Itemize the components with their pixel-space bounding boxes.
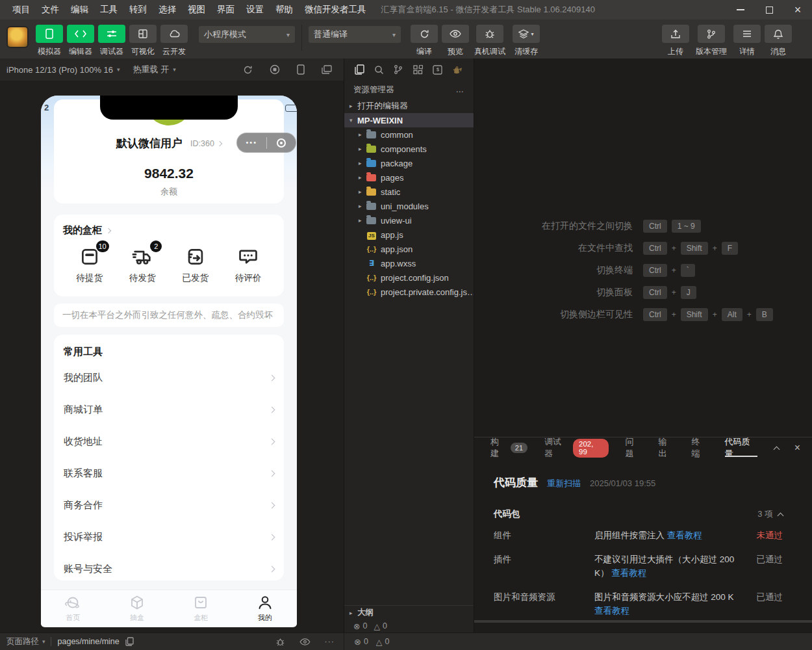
person-icon [257, 594, 273, 611]
horizontal-scrollbar[interactable] [474, 620, 812, 623]
stop-icon[interactable] [270, 64, 280, 75]
tab-home[interactable]: 首页 [41, 590, 105, 626]
tool-item-service[interactable]: 联系客服 [64, 458, 274, 489]
rescan-link[interactable]: 重新扫描 [547, 478, 581, 489]
menu-select[interactable]: 选择 [153, 0, 182, 20]
menu-interface[interactable]: 界面 [211, 0, 240, 20]
problem-counts[interactable]: ⊗0 △0 [344, 637, 389, 647]
cabinet-title[interactable]: 我的盒柜 [63, 224, 102, 237]
files-icon[interactable] [355, 64, 364, 75]
teapot-icon[interactable] [452, 66, 463, 74]
collapse-group-icon[interactable] [778, 512, 784, 519]
folder-common[interactable]: ▸common [344, 127, 474, 142]
user-id[interactable]: ID:360 [190, 139, 214, 148]
open-editors-row[interactable]: ▸打开的编辑器 [344, 99, 474, 113]
device-dropdown[interactable]: iPhone 12/13 (Pro) 100% 16▾ [0, 58, 127, 81]
more-icon[interactable]: ··· [325, 637, 335, 646]
mode-dropdown[interactable]: 小程序模式▾ [199, 26, 295, 43]
menu-edit[interactable]: 编辑 [65, 0, 94, 20]
cabinet-item-shipped[interactable]: 已发货 [169, 246, 222, 284]
file-project-private-config[interactable]: {..}project.private.config.js… [344, 285, 474, 299]
reload-icon[interactable] [243, 65, 253, 75]
cabinet-item-review[interactable]: 待评价 [222, 246, 275, 284]
tool-item-report[interactable]: 投诉举报 [64, 521, 274, 553]
exit-button[interactable] [267, 138, 296, 148]
file-app-js[interactable]: JSapp.js [344, 228, 474, 242]
tutorial-link[interactable]: 查看教程 [667, 530, 702, 540]
close-button[interactable]: × [783, 0, 812, 20]
menu-goto[interactable]: 转到 [123, 0, 153, 20]
compile-button[interactable]: 编译 [409, 25, 440, 57]
outline-section[interactable]: ▸大纲 [344, 605, 474, 619]
debugger-toggle-button[interactable]: 调试器 [96, 25, 127, 57]
hot-reload-dropdown[interactable]: 热重载 开▾ [127, 58, 183, 81]
collapse-panel-icon[interactable] [773, 446, 780, 452]
cloud-dev-button[interactable]: 云开发 [159, 25, 190, 57]
preview-button[interactable]: 预览 [440, 25, 471, 57]
tutorial-link[interactable]: 查看教程 [611, 568, 646, 578]
tool-item-orders[interactable]: 商城订单 [64, 394, 274, 426]
menu-file[interactable]: 文件 [36, 0, 65, 20]
tab-build[interactable]: 构建21 [490, 437, 527, 458]
menu-tools[interactable]: 工具 [94, 0, 123, 20]
menu-help[interactable]: 帮助 [270, 0, 299, 20]
search-icon[interactable] [374, 65, 384, 75]
folder-pages[interactable]: ▸pages [344, 170, 474, 185]
file-app-json[interactable]: {..}app.json [344, 242, 474, 256]
folder-components[interactable]: ▸components [344, 142, 474, 156]
folder-uni-modules[interactable]: ▸uni_modules [344, 199, 474, 213]
device-frame-icon[interactable] [297, 64, 305, 75]
cabinet-item-shipping[interactable]: 2 待发货 [116, 246, 170, 284]
file-project-config[interactable]: {..}project.config.json [344, 270, 474, 285]
more-actions-icon[interactable]: … [456, 85, 465, 94]
minimize-button[interactable] [726, 0, 755, 20]
menu-settings[interactable]: 设置 [240, 0, 270, 20]
tab-code-quality[interactable]: 代码质量 [725, 437, 757, 458]
editor-toggle-button[interactable]: 编辑器 [65, 25, 96, 57]
tool-item-cooperation[interactable]: 商务合作 [64, 489, 274, 521]
eye-icon[interactable] [299, 638, 311, 645]
upload-button[interactable]: 上传 [660, 25, 691, 57]
tool-item-team[interactable]: 我的团队 [64, 362, 274, 394]
maximize-button[interactable] [755, 0, 783, 20]
clear-cache-button[interactable]: ▾ 清缓存 [509, 25, 544, 57]
tool-item-security[interactable]: 账号与安全 [64, 553, 274, 585]
npm-scripts-icon[interactable] [433, 65, 442, 75]
bug-icon[interactable] [275, 638, 285, 646]
menu-view[interactable]: 视图 [182, 0, 211, 20]
version-control-button[interactable]: 版本管理 [691, 25, 731, 57]
multi-window-icon[interactable] [322, 65, 332, 74]
menu-devtools[interactable]: 微信开发者工具 [299, 0, 372, 20]
user-avatar[interactable] [6, 26, 29, 48]
file-app-wxss[interactable]: ∃app.wxss [344, 256, 474, 270]
simulator-toggle-button[interactable]: 模拟器 [34, 25, 65, 57]
folder-static[interactable]: ▸static [344, 185, 474, 199]
copy-icon[interactable] [125, 637, 134, 646]
compile-mode-dropdown[interactable]: 普通编译▾ [309, 26, 401, 43]
page-path-label[interactable]: 页面路径 [6, 636, 39, 647]
messages-button[interactable]: 消息 [763, 25, 794, 57]
tab-terminal[interactable]: 终端 [692, 437, 708, 458]
tab-cabinet[interactable]: 盒柜 [169, 590, 233, 626]
folder-package[interactable]: ▸package [344, 156, 474, 170]
visual-toggle-button[interactable]: 可视化 [127, 25, 159, 57]
extensions-icon[interactable] [413, 65, 423, 75]
tab-debugger[interactable]: 调试器202, 99 [544, 437, 609, 458]
remote-debug-button[interactable]: 真机调试 [471, 25, 509, 57]
cabinet-item-pickup[interactable]: 10 待提货 [63, 246, 116, 284]
tab-problems[interactable]: 问题 [626, 437, 642, 458]
tab-draw-box[interactable]: 抽盒 [105, 590, 170, 626]
tutorial-link[interactable]: 查看教程 [594, 606, 629, 616]
more-menu-button[interactable]: ••• [237, 139, 266, 146]
menu-project[interactable]: 项目 [6, 0, 36, 20]
folder-uview-ui[interactable]: ▸uview-ui [344, 213, 474, 228]
details-button[interactable]: 详情 [731, 25, 763, 57]
tool-item-address[interactable]: 收货地址 [64, 426, 274, 458]
git-branch-icon[interactable] [394, 64, 403, 75]
tab-output[interactable]: 输出 [659, 437, 675, 458]
tab-mine[interactable]: 我的 [233, 590, 298, 626]
project-root-row[interactable]: ▾MP-WEIXIN [344, 113, 474, 127]
close-panel-icon[interactable]: × [794, 442, 800, 454]
truck-icon: 2 [131, 246, 153, 268]
group-count: 3 项 [757, 508, 773, 520]
